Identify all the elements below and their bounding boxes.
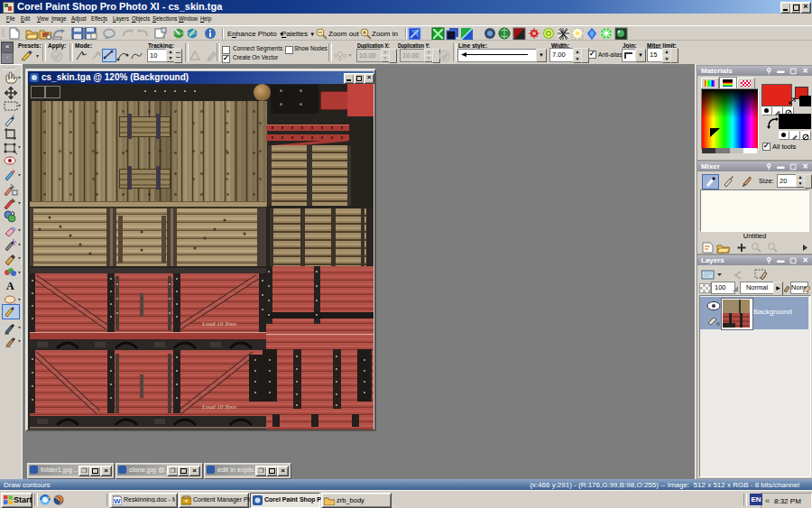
svg-text:A: A [6, 280, 14, 292]
svg-text:W: W [114, 497, 121, 505]
